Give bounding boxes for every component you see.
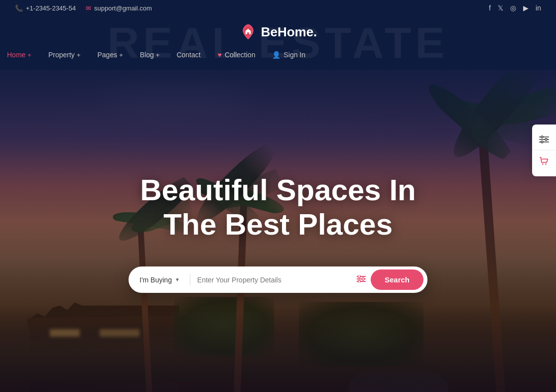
- svg-point-16: [542, 163, 544, 165]
- hero-title-line1: Beautiful Spaces In: [140, 173, 416, 207]
- hero-title-line2: The Best Places: [163, 208, 393, 241]
- nav-blog[interactable]: Blog +: [133, 48, 167, 62]
- nav-pages[interactable]: Pages +: [90, 48, 130, 62]
- dropdown-label: I'm Buying: [139, 276, 172, 284]
- filter-icon[interactable]: [352, 275, 371, 284]
- logo-text: BeHome.: [261, 24, 317, 40]
- svg-point-9: [541, 141, 543, 143]
- svg-point-7: [541, 136, 543, 138]
- buying-dropdown[interactable]: I'm Buying ▼: [132, 271, 188, 289]
- hero-content: Beautiful Spaces In The Best Places I'm …: [0, 69, 556, 392]
- main-nav: Home + Property + Pages + Blog + Contact…: [0, 48, 556, 70]
- search-divider: [190, 274, 190, 286]
- contact-info: 📞 +1-2345-2345-54 ✉ support@gmail.com: [15, 4, 152, 12]
- phone-number: +1-2345-2345-54: [26, 4, 76, 12]
- hero-section: Beautiful Spaces In The Best Places I'm …: [0, 69, 556, 392]
- phone-contact: 📞 +1-2345-2345-54: [15, 4, 76, 12]
- phone-icon: 📞: [15, 4, 23, 12]
- filter-tools-button[interactable]: [532, 129, 556, 150]
- email-address: support@gmail.com: [94, 4, 152, 12]
- search-button[interactable]: Search: [371, 269, 423, 290]
- logo-icon: [239, 23, 257, 41]
- nav-signin[interactable]: 👤 Sign In: [265, 48, 312, 62]
- email-contact: ✉ support@gmail.com: [86, 4, 152, 12]
- navigation-section: REAL ESTATE BeHome. Home + Property + Pa…: [0, 16, 556, 70]
- hero-title: Beautiful Spaces In The Best Places: [140, 173, 416, 242]
- logo: BeHome.: [0, 16, 556, 41]
- svg-point-5: [362, 277, 364, 280]
- search-input-wrap: [192, 275, 352, 284]
- cart-button[interactable]: [532, 150, 556, 172]
- heart-icon: ♥: [218, 51, 222, 59]
- email-icon: ✉: [86, 4, 91, 12]
- youtube-icon[interactable]: ▶: [523, 4, 529, 12]
- facebook-icon[interactable]: f: [489, 4, 491, 12]
- linkedin-icon[interactable]: in: [536, 4, 541, 12]
- svg-point-8: [545, 138, 547, 140]
- social-links: f 𝕏 ◎ ▶ in: [489, 4, 541, 12]
- svg-point-6: [358, 280, 360, 282]
- dropdown-arrow-icon: ▼: [175, 277, 180, 282]
- svg-point-4: [358, 275, 360, 278]
- svg-point-0: [247, 29, 249, 32]
- sidebar-tools: [532, 125, 556, 176]
- search-bar: I'm Buying ▼ Sear: [129, 266, 427, 293]
- user-icon: 👤: [272, 51, 280, 59]
- nav-property[interactable]: Property +: [41, 48, 88, 62]
- svg-point-17: [545, 163, 547, 165]
- search-input[interactable]: [197, 276, 347, 284]
- instagram-icon[interactable]: ◎: [510, 4, 516, 12]
- nav-contact[interactable]: Contact: [169, 48, 207, 62]
- twitter-icon[interactable]: 𝕏: [498, 4, 503, 12]
- page-wrapper: 📞 +1-2345-2345-54 ✉ support@gmail.com f …: [0, 0, 556, 392]
- nav-home[interactable]: Home +: [0, 48, 38, 62]
- top-bar: 📞 +1-2345-2345-54 ✉ support@gmail.com f …: [0, 0, 556, 16]
- nav-collection[interactable]: ♥ Collection: [211, 48, 263, 62]
